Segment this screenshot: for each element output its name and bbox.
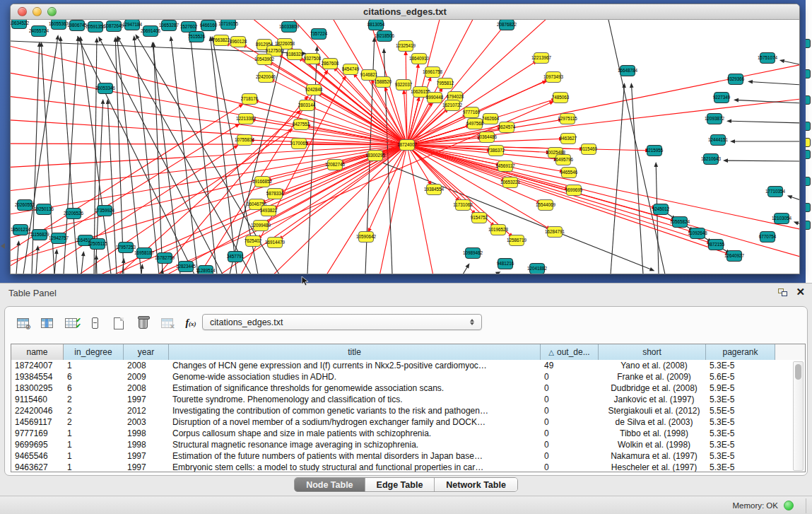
graph-edge[interactable] — [16, 245, 18, 274]
graph-edge[interactable] — [632, 88, 643, 274]
column-header-title[interactable]: title — [169, 344, 541, 360]
graph-node-label: 10196528 — [488, 227, 509, 232]
graph-node-label: 19218506 — [375, 33, 395, 38]
column-header-short[interactable]: short — [599, 344, 706, 360]
cell-short: Stergiakouli et al. (2012) — [599, 405, 706, 416]
graph-node-label: 18501214 — [11, 227, 30, 232]
graph-node-label: 9154752 — [471, 215, 488, 220]
table-row[interactable]: 1456911722003Disruption of a novel membe… — [11, 416, 805, 428]
graph-edge[interactable] — [282, 145, 407, 237]
tab-edge-table[interactable]: Edge Table — [365, 478, 435, 491]
graph-edge[interactable] — [495, 274, 496, 274]
close-panel-icon[interactable]: ✕ — [796, 287, 805, 297]
graph-edge[interactable] — [11, 41, 407, 145]
table-settings-button[interactable]: ⚙ — [12, 314, 33, 332]
table-row[interactable]: 946362711997Embryonic stem cells: a mode… — [11, 462, 805, 472]
table-row[interactable]: 1938455462009Genome-wide association stu… — [11, 371, 805, 382]
gear-icon: ⚙ — [25, 323, 32, 331]
tab-node-table[interactable]: Node Table — [295, 478, 365, 491]
table-vertical-scrollbar[interactable] — [793, 361, 804, 471]
column-header-pagerank[interactable]: pagerank — [706, 344, 775, 360]
graph-edge[interactable] — [11, 119, 407, 145]
column-header-year[interactable]: year — [124, 344, 169, 360]
graph-edge[interactable] — [611, 88, 624, 274]
table-row[interactable]: 911546021997Tourette syndrome. Phenomeno… — [11, 394, 805, 405]
graph-edge[interactable] — [101, 41, 223, 274]
graph-edge[interactable] — [11, 94, 407, 145]
table-row[interactable]: 1872400712008Changes of HCN gene express… — [11, 360, 805, 371]
graph-edge[interactable] — [407, 145, 435, 274]
scrollbar-thumb[interactable] — [795, 364, 801, 380]
graph-node-label: 7485063 — [552, 95, 570, 100]
graph-node-label: 20206526 — [64, 211, 84, 216]
graph-node-label: 17710354 — [765, 189, 786, 194]
table-row[interactable]: 977716911998Corpus callosum shape and si… — [11, 428, 805, 439]
graph-edge[interactable] — [96, 259, 97, 274]
column-header-in_degree[interactable]: in_degree — [64, 344, 124, 360]
table-row[interactable]: 2242004622012Investigating the contribut… — [11, 405, 805, 416]
graph-node-label: 11092648 — [688, 230, 707, 235]
panel-collapse-arrow-icon[interactable] — [1, 243, 5, 249]
graph-edge[interactable] — [258, 102, 407, 145]
graph-edge[interactable] — [153, 47, 163, 274]
cell-in_degree: 1 — [64, 450, 124, 462]
float-panel-icon[interactable] — [778, 288, 787, 296]
citation-network-graph[interactable]: 1872400712325419186409101696175879558129… — [11, 20, 799, 274]
minimize-window-button[interactable] — [33, 7, 42, 16]
cell-name: 9463627 — [11, 462, 64, 472]
function-builder-button[interactable]: f(x) — [180, 314, 201, 332]
graph-node-label: 12975115 — [558, 116, 577, 121]
graph-edge[interactable] — [784, 61, 799, 65]
graph-edge[interactable] — [728, 160, 799, 161]
graph-edge[interactable] — [54, 254, 57, 274]
close-window-button[interactable] — [18, 7, 27, 16]
graph-edge[interactable] — [117, 42, 141, 274]
compact-view-button[interactable] — [84, 314, 105, 332]
delete-column-button[interactable] — [132, 314, 153, 332]
table-row[interactable]: 946554611997Estimation of the future num… — [11, 450, 805, 462]
graph-edge[interactable] — [798, 223, 799, 225]
table-selector-dropdown[interactable]: citations_edges.txt — [202, 314, 482, 330]
graph-edge[interactable] — [191, 42, 217, 274]
graph-edge[interactable] — [141, 269, 142, 274]
cell-pagerank: 5.3E-5 — [706, 360, 775, 371]
network-canvas[interactable]: 1872400712325419186409101696175879558129… — [11, 20, 799, 274]
graph-edge[interactable] — [211, 41, 237, 274]
create-column-button[interactable] — [108, 314, 129, 332]
cell-year: 1998 — [124, 428, 169, 439]
graph-edge[interactable] — [792, 197, 799, 201]
edge-arrowhead — [95, 255, 99, 259]
tab-network-table[interactable]: Network Table — [435, 478, 517, 491]
table-row[interactable]: 1830029562008Estimation of significance … — [11, 382, 805, 394]
graph-edge[interactable] — [731, 121, 799, 123]
graph-edge[interactable] — [119, 40, 251, 274]
graph-node-label: 9463627 — [560, 136, 577, 141]
delete-table-button[interactable]: ✕ — [156, 314, 177, 332]
row-selection-mode-button[interactable]: ✔✔ — [60, 314, 81, 332]
graph-edge[interactable] — [81, 256, 83, 274]
graph-node-label: 7357224 — [310, 31, 328, 36]
table-row[interactable]: 969969511998Structural magnetic resonanc… — [11, 439, 805, 450]
graph-node-label: 6466160 — [200, 23, 218, 28]
edge-arrowhead — [748, 80, 753, 84]
graph-node-label: 20691406 — [141, 28, 161, 33]
graph-edge[interactable] — [753, 82, 799, 85]
cell-year: 1998 — [124, 439, 169, 450]
graph-node-label: 9115460 — [580, 146, 598, 151]
edge-arrowhead — [734, 98, 739, 103]
graph-node-label: 7625402 — [245, 238, 262, 243]
zoom-window-button[interactable] — [47, 7, 57, 16]
column-header-out_de[interactable]: △out_de... — [541, 344, 599, 360]
show-columns-button[interactable] — [36, 314, 57, 332]
graph-node-label: 20260553 — [15, 202, 35, 207]
column-header-name[interactable]: name — [11, 344, 64, 360]
graph-edge[interactable] — [378, 145, 407, 274]
graph-edge[interactable] — [463, 267, 467, 274]
graph-node-label: 12640927 — [724, 253, 745, 258]
window-titlebar[interactable]: citations_edges.txt — [11, 4, 799, 20]
check-icon: ✔✔ — [76, 317, 81, 329]
graph-node-label: 3457791 — [227, 254, 245, 259]
graph-edge[interactable] — [134, 40, 159, 274]
graph-node-label: 8427552 — [293, 122, 310, 127]
graph-node-label: 9322037 — [395, 82, 413, 87]
